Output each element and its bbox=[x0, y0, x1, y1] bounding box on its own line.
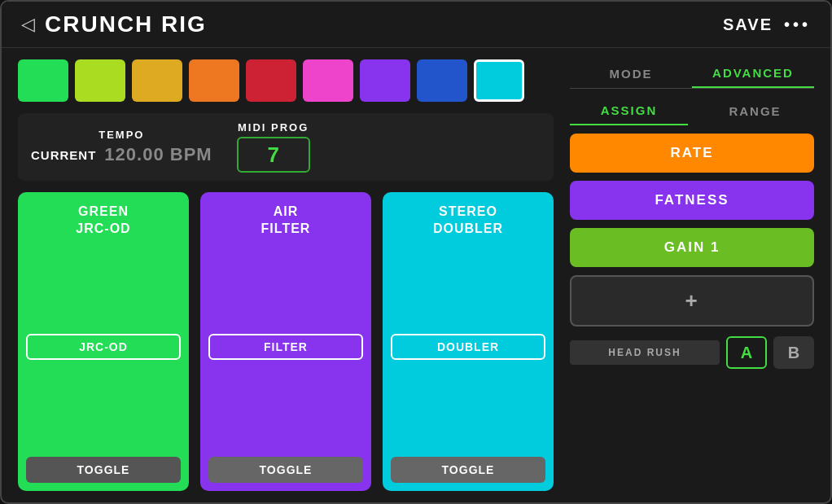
swatch-pink[interactable] bbox=[303, 59, 353, 102]
tempo-section: TEMPO CURRENT 120.00 BPM bbox=[31, 129, 212, 165]
range-button[interactable]: RANGE bbox=[696, 97, 814, 125]
fatness-button[interactable]: FATNESS bbox=[570, 181, 814, 220]
preset-b-button[interactable]: B bbox=[773, 336, 814, 369]
preset-a-button[interactable]: A bbox=[726, 336, 767, 369]
pedal-green-name: GREENJRC-OD bbox=[76, 204, 130, 238]
pedal-row: GREENJRC-OD JRC-OD TOGGLE AIRFILTER FILT… bbox=[18, 192, 554, 491]
swatch-lime[interactable] bbox=[75, 59, 125, 102]
color-swatches bbox=[18, 59, 554, 102]
back-button[interactable]: ◁ bbox=[21, 14, 35, 35]
more-options-button[interactable]: ••• bbox=[784, 15, 811, 34]
tempo-row: CURRENT 120.00 BPM bbox=[31, 144, 212, 165]
current-badge: CURRENT bbox=[31, 148, 96, 162]
header: ◁ CRUNCH RIG SAVE ••• bbox=[2, 2, 830, 48]
pedal-purple[interactable]: AIRFILTER FILTER TOGGLE bbox=[200, 192, 371, 491]
midi-label: MIDI PROG bbox=[237, 121, 310, 134]
pedal-cyan-name: STEREODOUBLER bbox=[433, 204, 503, 238]
headrush-logo: HEAD RUSH bbox=[570, 340, 720, 365]
midi-section: MIDI PROG 7 bbox=[237, 121, 310, 173]
save-button[interactable]: SAVE bbox=[723, 15, 773, 34]
add-button[interactable]: + bbox=[570, 275, 814, 327]
pedal-green-type-button[interactable]: JRC-OD bbox=[26, 334, 181, 360]
main-screen: ◁ CRUNCH RIG SAVE ••• bbox=[0, 0, 832, 504]
left-panel: TEMPO CURRENT 120.00 BPM MIDI PROG 7 bbox=[18, 59, 554, 491]
tempo-midi-row: TEMPO CURRENT 120.00 BPM MIDI PROG 7 bbox=[18, 113, 554, 181]
pedal-purple-type-button[interactable]: FILTER bbox=[208, 334, 363, 360]
swatch-blue[interactable] bbox=[417, 59, 467, 102]
assign-range-row: ASSIGN RANGE bbox=[570, 97, 814, 125]
midi-value-box[interactable]: 7 bbox=[237, 137, 310, 173]
pedal-cyan-type-button[interactable]: DOUBLER bbox=[391, 334, 545, 360]
swatch-cyan[interactable] bbox=[474, 59, 524, 102]
bottom-row: HEAD RUSH A B bbox=[570, 336, 814, 369]
pedal-cyan[interactable]: STEREODOUBLER DOUBLER TOGGLE bbox=[383, 192, 554, 491]
swatch-red[interactable] bbox=[246, 59, 296, 102]
tab-advanced[interactable]: ADVANCED bbox=[692, 59, 814, 88]
main-content: TEMPO CURRENT 120.00 BPM MIDI PROG 7 bbox=[2, 48, 830, 502]
tab-mode[interactable]: MODE bbox=[570, 59, 692, 88]
mode-tabs: MODE ADVANCED bbox=[570, 59, 814, 89]
pedal-green-toggle-button[interactable]: TOGGLE bbox=[26, 457, 181, 483]
pedal-purple-toggle-button[interactable]: TOGGLE bbox=[208, 457, 363, 483]
assign-button[interactable]: ASSIGN bbox=[570, 97, 688, 125]
pedal-purple-name: AIRFILTER bbox=[261, 204, 311, 238]
swatch-purple[interactable] bbox=[360, 59, 410, 102]
midi-value: 7 bbox=[267, 142, 278, 168]
swatch-green[interactable] bbox=[18, 59, 68, 102]
bpm-value: 120.00 BPM bbox=[104, 144, 212, 165]
pedal-cyan-toggle-button[interactable]: TOGGLE bbox=[391, 457, 545, 483]
tempo-label: TEMPO bbox=[31, 129, 212, 141]
rate-button[interactable]: RATE bbox=[570, 134, 814, 173]
header-right: SAVE ••• bbox=[723, 15, 811, 34]
page-title: CRUNCH RIG bbox=[45, 11, 207, 37]
right-panel: MODE ADVANCED ASSIGN RANGE RATE FATNESS … bbox=[570, 59, 814, 491]
pedal-green[interactable]: GREENJRC-OD JRC-OD TOGGLE bbox=[18, 192, 189, 491]
gain1-button[interactable]: GAIN 1 bbox=[570, 228, 814, 267]
header-left: ◁ CRUNCH RIG bbox=[21, 11, 207, 37]
swatch-yellow[interactable] bbox=[132, 59, 182, 102]
swatch-orange[interactable] bbox=[189, 59, 239, 102]
